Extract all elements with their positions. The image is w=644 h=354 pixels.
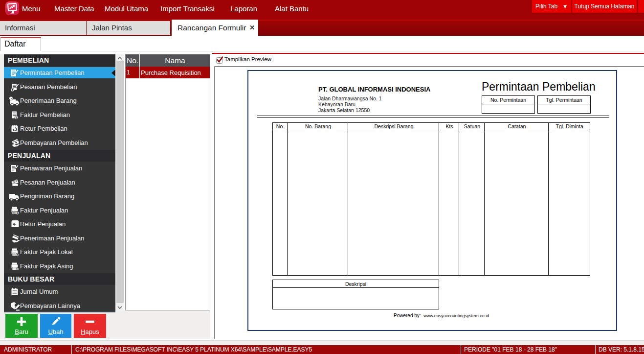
svg-text:$: $ bbox=[17, 211, 19, 215]
